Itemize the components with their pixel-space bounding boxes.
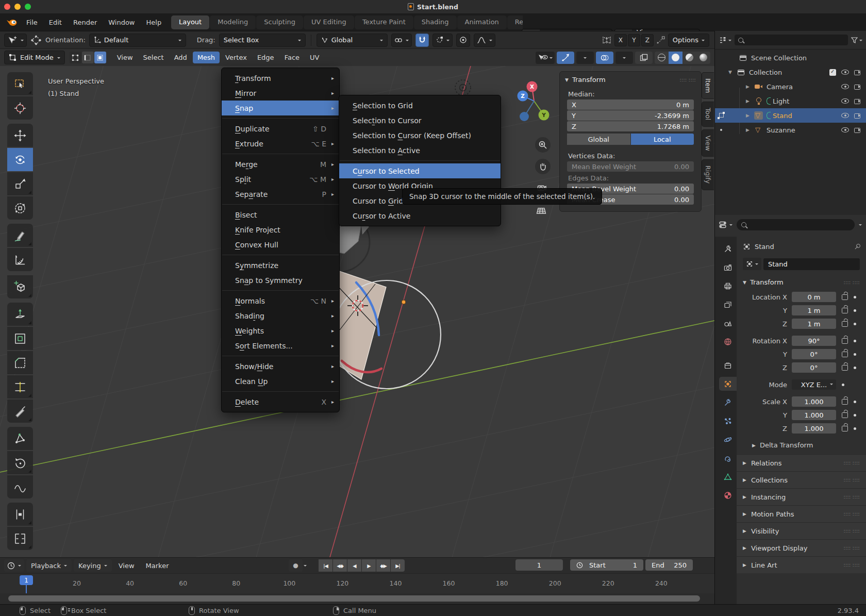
tab-scene[interactable]	[719, 316, 737, 330]
menu-item[interactable]: Weights ▸	[222, 323, 339, 338]
tab-constraints[interactable]	[719, 451, 737, 465]
menu-item[interactable]: Mirror ▸	[222, 86, 339, 101]
collapsed-panel[interactable]: ▶ Relations	[737, 454, 866, 471]
overlays-toggle[interactable]	[596, 52, 613, 64]
tab-physics[interactable]	[719, 432, 737, 446]
tool-poly-build[interactable]	[7, 427, 33, 450]
wireframe-shading-button[interactable]	[655, 52, 669, 64]
workspace-tab[interactable]: UV Editing	[304, 15, 354, 29]
vertex-select-button[interactable]	[70, 52, 81, 63]
value-field[interactable]: 1 m	[792, 319, 836, 329]
tab-world[interactable]	[719, 335, 737, 348]
collapsed-panel[interactable]: ▶ Instancing	[737, 488, 866, 505]
outliner-search-input[interactable]	[735, 35, 848, 45]
tool-select-box[interactable]	[7, 72, 33, 95]
value-field[interactable]: 1 m	[792, 305, 836, 315]
topbar-menu-item[interactable]: File	[21, 16, 43, 28]
animate-dot-icon[interactable]	[854, 309, 856, 312]
tool-spin[interactable]	[7, 451, 33, 474]
viewport-menu-item[interactable]: Select	[139, 52, 169, 63]
menu-item[interactable]: Knife Project	[222, 222, 339, 237]
grip-icon[interactable]	[843, 545, 860, 551]
solid-shading-button[interactable]	[669, 52, 682, 64]
viewport-menu-item[interactable]: Add	[170, 52, 192, 63]
transport-button[interactable]: |◀	[319, 559, 332, 572]
object-browse-button[interactable]	[743, 258, 761, 270]
timeline-marker-menu[interactable]: Marker	[141, 560, 174, 572]
outliner-row[interactable]: ▶ Stand	[715, 108, 866, 123]
tool-scale[interactable]	[7, 172, 33, 195]
menu-item[interactable]: Transform ▸	[222, 71, 339, 86]
outliner-filter-dropdown[interactable]	[851, 37, 862, 43]
menu-item[interactable]: Symmetrize	[222, 258, 339, 273]
value-field[interactable]: 0 m	[792, 292, 836, 302]
blender-logo-icon[interactable]	[6, 18, 18, 26]
disable-render-icon[interactable]	[854, 84, 862, 89]
object-name[interactable]: Stand	[773, 112, 836, 120]
tool-transform[interactable]	[7, 196, 33, 220]
face-select-button[interactable]	[94, 52, 106, 63]
menu-item[interactable]	[222, 115, 339, 121]
sidebar-tab[interactable]: Tool	[702, 102, 714, 126]
space-toggle-option[interactable]: Global	[567, 134, 630, 145]
tool-bevel[interactable]	[7, 351, 33, 374]
frame-start-field[interactable]: Start 1	[570, 559, 643, 571]
collection-checkbox[interactable]	[829, 69, 836, 76]
grip-icon[interactable]	[843, 460, 860, 465]
median-axis-field[interactable]: Y -2.3699 m	[567, 110, 694, 121]
viewport-menu-item[interactable]: Mesh	[193, 52, 220, 63]
menu-item[interactable]	[222, 151, 339, 157]
collapsed-panel[interactable]: ▶ Line Art	[737, 556, 866, 573]
playback-dropdown[interactable]: Playback	[26, 559, 72, 572]
menu-item[interactable]	[222, 288, 339, 293]
workspace-tab[interactable]: Animation	[457, 15, 507, 29]
animate-dot-icon[interactable]	[854, 323, 856, 325]
menu-item[interactable]: Separate P ▸	[222, 187, 339, 202]
pin-icon[interactable]	[854, 244, 860, 250]
menu-item[interactable]: Duplicate ⇧ D	[222, 121, 339, 136]
topbar-menu-item[interactable]: Edit	[43, 16, 68, 28]
pivot-icon[interactable]	[30, 35, 42, 45]
timeline-ruler[interactable]: 20406080100120140160180200220240 1	[0, 573, 714, 593]
mirror-axis-button[interactable]: Z	[641, 34, 654, 46]
disable-render-icon[interactable]	[854, 98, 862, 104]
menu-item[interactable]: Split ⌥ M ▸	[222, 172, 339, 187]
tool-inset-faces[interactable]	[7, 327, 33, 350]
tab-particles[interactable]	[719, 414, 737, 428]
expander-icon[interactable]: ▶	[746, 127, 754, 132]
lock-icon[interactable]	[842, 308, 848, 313]
expander-icon[interactable]: ▶	[746, 98, 754, 104]
animate-dot-icon[interactable]	[854, 353, 856, 356]
active-tool-icon[interactable]	[4, 34, 27, 47]
mirror-axis-button[interactable]: X	[614, 34, 627, 46]
expander-icon[interactable]: ▼	[728, 70, 737, 75]
topbar-menu-item[interactable]: Render	[68, 16, 103, 28]
outliner-row[interactable]: Scene Collection	[715, 51, 866, 65]
edge-select-button[interactable]	[82, 52, 94, 63]
tab-view-layer[interactable]	[719, 297, 737, 311]
value-field[interactable]: XYZ E...	[792, 379, 836, 390]
lock-icon[interactable]	[842, 399, 848, 405]
zoom-icon[interactable]	[535, 137, 551, 153]
menu-item[interactable]: Extrude ⌥ E ▸	[222, 136, 339, 151]
timeline-view-menu[interactable]: View	[114, 560, 139, 572]
sidebar-tab[interactable]: Item	[702, 72, 714, 99]
tab-output[interactable]	[719, 279, 737, 293]
viewport-menu-item[interactable]: Edge	[253, 52, 279, 63]
animate-dot-icon[interactable]	[854, 414, 856, 417]
drag-dropdown[interactable]: Select Box	[219, 34, 306, 47]
pan-hand-icon[interactable]	[535, 159, 551, 174]
current-frame-field[interactable]: 1	[515, 559, 563, 571]
value-field[interactable]: 1.000	[792, 396, 836, 407]
lock-icon[interactable]	[842, 426, 848, 431]
expander-icon[interactable]: ▶	[746, 113, 754, 118]
hide-eye-icon[interactable]	[841, 84, 849, 89]
tab-modifiers[interactable]	[719, 395, 737, 409]
menu-item[interactable]: Shading ▸	[222, 308, 339, 323]
object-name[interactable]: Camera	[767, 83, 836, 91]
grip-icon[interactable]	[679, 77, 696, 82]
menu-item[interactable]: Cursor to Selected	[339, 163, 501, 178]
collapsed-panel[interactable]: ▶ Collections	[737, 471, 866, 488]
properties-editor-type-dropdown[interactable]	[719, 221, 732, 228]
lock-icon[interactable]	[842, 321, 848, 327]
